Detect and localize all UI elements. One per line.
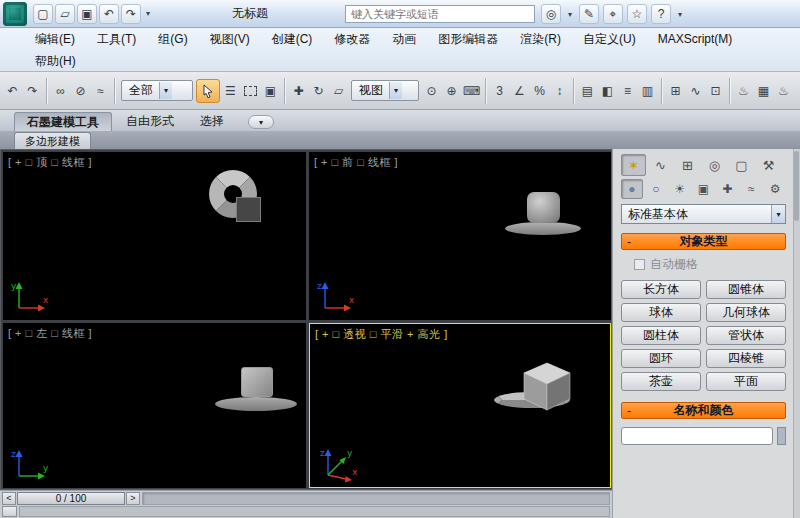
menu-create[interactable]: 创建(C) bbox=[261, 28, 324, 50]
viewport-left-label[interactable]: [ + □ 左 □ 线框 ] bbox=[8, 326, 92, 341]
viewport-left[interactable]: [ + □ 左 □ 线框 ] z y bbox=[3, 323, 306, 488]
object-name-input[interactable] bbox=[621, 427, 773, 445]
button-sphere[interactable]: 球体 bbox=[621, 303, 701, 322]
app-menu-logo-icon[interactable] bbox=[3, 2, 27, 26]
button-teapot[interactable]: 茶壶 bbox=[621, 372, 701, 391]
coordinate-system-dropdown[interactable]: 视图 ▾ bbox=[351, 80, 419, 101]
ribbon-tab-freeform[interactable]: 自由形式 bbox=[114, 112, 186, 131]
selection-region-button[interactable] bbox=[241, 79, 260, 103]
layer-manager-button[interactable]: ▥ bbox=[638, 79, 657, 103]
scrollbar-thumb[interactable] bbox=[794, 151, 799, 221]
rollout-name-color[interactable]: - 名称和颜色 bbox=[621, 402, 786, 419]
menu-animation[interactable]: 动画 bbox=[381, 28, 427, 50]
schematic-view-button[interactable]: ⊡ bbox=[706, 79, 725, 103]
window-crossing-button[interactable]: ▣ bbox=[261, 79, 280, 103]
category-geometry[interactable]: ● bbox=[621, 179, 643, 199]
tab-modify[interactable]: ∿ bbox=[648, 154, 673, 176]
menu-tools[interactable]: 工具(T) bbox=[86, 28, 147, 50]
category-helpers[interactable]: ✚ bbox=[716, 179, 738, 199]
help-dropdown-icon[interactable]: ▾ bbox=[674, 10, 686, 19]
select-link-button[interactable]: ∞ bbox=[51, 79, 70, 103]
category-lights[interactable]: ☀ bbox=[669, 179, 691, 199]
time-slider-handle[interactable]: 0 / 100 bbox=[17, 492, 125, 505]
button-geosphere[interactable]: 几何球体 bbox=[706, 303, 786, 322]
search-button[interactable]: ◎ bbox=[541, 4, 561, 24]
tab-hierarchy[interactable]: ⊞ bbox=[675, 154, 700, 176]
align-button[interactable]: ≡ bbox=[618, 79, 637, 103]
menu-help[interactable]: 帮助(H) bbox=[24, 50, 87, 72]
category-systems[interactable]: ⚙ bbox=[764, 179, 786, 199]
undo-quick-button[interactable]: ↶ bbox=[99, 4, 119, 24]
select-manipulate-button[interactable]: ⊕ bbox=[442, 79, 461, 103]
track-bar-button[interactable] bbox=[2, 506, 17, 517]
previous-frame-button[interactable]: < bbox=[2, 492, 16, 505]
viewport-perspective-label[interactable]: [ + □ 透视 □ 平滑 + 高光 ] bbox=[315, 327, 448, 342]
open-file-button[interactable]: ▱ bbox=[55, 4, 75, 24]
use-center-button[interactable]: ⊙ bbox=[422, 79, 441, 103]
viewport-top[interactable]: [ + □ 顶 □ 线框 ] y x bbox=[3, 152, 306, 320]
render-setup-button[interactable]: ♨ bbox=[734, 79, 753, 103]
subscription-button[interactable]: ✎ bbox=[579, 4, 599, 24]
angle-snap-button[interactable]: ∠ bbox=[510, 79, 529, 103]
panel-tab-polygon-modeling[interactable]: 多边形建模 bbox=[14, 132, 91, 149]
menu-views[interactable]: 视图(V) bbox=[199, 28, 261, 50]
menu-maxscript[interactable]: MAXScript(M) bbox=[647, 28, 744, 50]
button-tube[interactable]: 管状体 bbox=[706, 326, 786, 345]
viewport-perspective-active[interactable]: [ + □ 透视 □ 平滑 + 高光 ] z x y bbox=[309, 323, 611, 488]
next-frame-button[interactable]: > bbox=[126, 492, 140, 505]
search-dropdown-icon[interactable]: ▾ bbox=[564, 10, 576, 19]
track-bar-strip[interactable] bbox=[19, 506, 610, 517]
menu-edit[interactable]: 编辑(E) bbox=[24, 28, 86, 50]
rollout-object-type[interactable]: - 对象类型 bbox=[621, 233, 786, 250]
select-scale-tool[interactable]: ▱ bbox=[329, 79, 348, 103]
button-cylinder[interactable]: 圆柱体 bbox=[621, 326, 701, 345]
button-torus[interactable]: 圆环 bbox=[621, 349, 701, 368]
menu-rendering[interactable]: 渲染(R) bbox=[509, 28, 572, 50]
help-button[interactable]: ? bbox=[651, 4, 671, 24]
undo-button[interactable]: ↶ bbox=[3, 79, 22, 103]
category-shapes[interactable]: ○ bbox=[645, 179, 667, 199]
keyboard-override-button[interactable]: ⌨ bbox=[462, 79, 481, 103]
unlink-button[interactable]: ⊘ bbox=[71, 79, 90, 103]
select-move-tool[interactable]: ✚ bbox=[289, 79, 308, 103]
selection-filter-dropdown[interactable]: 全部 ▾ bbox=[121, 80, 193, 101]
primitive-category-dropdown[interactable]: 标准基本体 ▾ bbox=[621, 204, 786, 224]
tab-utilities[interactable]: ⚒ bbox=[756, 154, 781, 176]
select-by-name-button[interactable]: ☰ bbox=[221, 79, 240, 103]
new-file-button[interactable]: ▢ bbox=[33, 4, 53, 24]
save-file-button[interactable]: ▣ bbox=[77, 4, 97, 24]
select-object-tool[interactable] bbox=[196, 79, 220, 103]
communication-button[interactable]: ⌖ bbox=[603, 4, 623, 24]
select-rotate-tool[interactable]: ↻ bbox=[309, 79, 328, 103]
snap-toggle-button[interactable]: 3 bbox=[490, 79, 509, 103]
category-cameras[interactable]: ▣ bbox=[693, 179, 715, 199]
redo-quick-button[interactable]: ↷ bbox=[121, 4, 141, 24]
tab-display[interactable]: ▢ bbox=[729, 154, 754, 176]
rendered-frame-button[interactable]: ▦ bbox=[754, 79, 773, 103]
viewport-front[interactable]: [ + □ 前 □ 线框 ] z x bbox=[309, 152, 611, 320]
menu-customize[interactable]: 自定义(U) bbox=[572, 28, 647, 50]
time-slider-track[interactable] bbox=[142, 492, 610, 505]
ribbon-minimize-button[interactable]: ▾ bbox=[248, 115, 274, 129]
redo-button[interactable]: ↷ bbox=[23, 79, 42, 103]
command-panel-scrollbar[interactable] bbox=[793, 149, 800, 518]
named-selection-button[interactable]: ▤ bbox=[578, 79, 597, 103]
percent-snap-button[interactable]: % bbox=[530, 79, 549, 103]
button-pyramid[interactable]: 四棱锥 bbox=[706, 349, 786, 368]
tab-create[interactable]: ✶ bbox=[621, 154, 646, 176]
object-color-swatch[interactable] bbox=[777, 427, 786, 445]
button-plane[interactable]: 平面 bbox=[706, 372, 786, 391]
viewport-top-label[interactable]: [ + □ 顶 □ 线框 ] bbox=[8, 155, 92, 170]
button-cone[interactable]: 圆锥体 bbox=[706, 280, 786, 299]
tab-motion[interactable]: ◎ bbox=[702, 154, 727, 176]
graphite-toggle-button[interactable]: ⊞ bbox=[666, 79, 685, 103]
ribbon-tab-graphite[interactable]: 石墨建模工具 bbox=[14, 112, 112, 131]
menu-graph-editors[interactable]: 图形编辑器 bbox=[427, 28, 509, 50]
spinner-snap-button[interactable]: ↕ bbox=[550, 79, 569, 103]
ribbon-tab-selection[interactable]: 选择 bbox=[188, 112, 236, 131]
favorites-button[interactable]: ☆ bbox=[627, 4, 647, 24]
render-button[interactable]: ♨ bbox=[774, 79, 793, 103]
button-box[interactable]: 长方体 bbox=[621, 280, 701, 299]
help-search-input[interactable] bbox=[346, 8, 534, 20]
curve-editor-button[interactable]: ∿ bbox=[686, 79, 705, 103]
